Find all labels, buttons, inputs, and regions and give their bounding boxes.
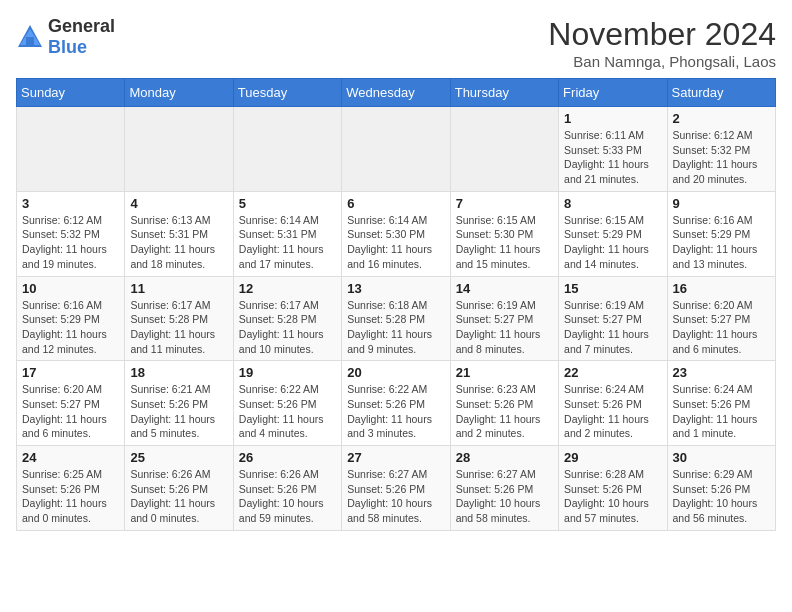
day-number: 20 [347,365,444,380]
day-info: Sunrise: 6:17 AM Sunset: 5:28 PM Dayligh… [239,298,336,357]
day-info: Sunrise: 6:14 AM Sunset: 5:30 PM Dayligh… [347,213,444,272]
day-info: Sunrise: 6:19 AM Sunset: 5:27 PM Dayligh… [456,298,553,357]
calendar-cell: 20Sunrise: 6:22 AM Sunset: 5:26 PM Dayli… [342,361,450,446]
day-info: Sunrise: 6:22 AM Sunset: 5:26 PM Dayligh… [347,382,444,441]
day-number: 25 [130,450,227,465]
calendar-cell: 4Sunrise: 6:13 AM Sunset: 5:31 PM Daylig… [125,191,233,276]
day-info: Sunrise: 6:14 AM Sunset: 5:31 PM Dayligh… [239,213,336,272]
day-info: Sunrise: 6:28 AM Sunset: 5:26 PM Dayligh… [564,467,661,526]
day-number: 11 [130,281,227,296]
day-number: 12 [239,281,336,296]
location-subtitle: Ban Namnga, Phongsali, Laos [548,53,776,70]
day-of-week-header: Saturday [667,79,775,107]
day-number: 21 [456,365,553,380]
calendar-cell: 18Sunrise: 6:21 AM Sunset: 5:26 PM Dayli… [125,361,233,446]
day-number: 30 [673,450,770,465]
day-of-week-header: Tuesday [233,79,341,107]
calendar-cell [17,107,125,192]
day-number: 27 [347,450,444,465]
day-info: Sunrise: 6:12 AM Sunset: 5:32 PM Dayligh… [22,213,119,272]
day-info: Sunrise: 6:12 AM Sunset: 5:32 PM Dayligh… [673,128,770,187]
calendar-cell [125,107,233,192]
calendar-cell [233,107,341,192]
calendar-cell: 24Sunrise: 6:25 AM Sunset: 5:26 PM Dayli… [17,446,125,531]
day-number: 26 [239,450,336,465]
day-info: Sunrise: 6:21 AM Sunset: 5:26 PM Dayligh… [130,382,227,441]
calendar-week-row: 10Sunrise: 6:16 AM Sunset: 5:29 PM Dayli… [17,276,776,361]
calendar-cell: 25Sunrise: 6:26 AM Sunset: 5:26 PM Dayli… [125,446,233,531]
day-info: Sunrise: 6:29 AM Sunset: 5:26 PM Dayligh… [673,467,770,526]
logo-general: General [48,16,115,36]
calendar-cell: 7Sunrise: 6:15 AM Sunset: 5:30 PM Daylig… [450,191,558,276]
calendar-cell: 23Sunrise: 6:24 AM Sunset: 5:26 PM Dayli… [667,361,775,446]
day-number: 5 [239,196,336,211]
day-number: 16 [673,281,770,296]
day-info: Sunrise: 6:27 AM Sunset: 5:26 PM Dayligh… [456,467,553,526]
day-info: Sunrise: 6:22 AM Sunset: 5:26 PM Dayligh… [239,382,336,441]
calendar-cell: 5Sunrise: 6:14 AM Sunset: 5:31 PM Daylig… [233,191,341,276]
calendar-cell [342,107,450,192]
calendar-cell: 10Sunrise: 6:16 AM Sunset: 5:29 PM Dayli… [17,276,125,361]
day-info: Sunrise: 6:16 AM Sunset: 5:29 PM Dayligh… [673,213,770,272]
logo-text: General Blue [48,16,115,58]
day-number: 3 [22,196,119,211]
day-info: Sunrise: 6:26 AM Sunset: 5:26 PM Dayligh… [239,467,336,526]
calendar-week-row: 3Sunrise: 6:12 AM Sunset: 5:32 PM Daylig… [17,191,776,276]
day-number: 18 [130,365,227,380]
day-of-week-header: Sunday [17,79,125,107]
day-number: 28 [456,450,553,465]
day-info: Sunrise: 6:24 AM Sunset: 5:26 PM Dayligh… [673,382,770,441]
calendar-cell: 26Sunrise: 6:26 AM Sunset: 5:26 PM Dayli… [233,446,341,531]
calendar-cell: 8Sunrise: 6:15 AM Sunset: 5:29 PM Daylig… [559,191,667,276]
calendar-table: SundayMondayTuesdayWednesdayThursdayFrid… [16,78,776,531]
month-title: November 2024 [548,16,776,53]
day-number: 1 [564,111,661,126]
day-info: Sunrise: 6:24 AM Sunset: 5:26 PM Dayligh… [564,382,661,441]
calendar-cell: 9Sunrise: 6:16 AM Sunset: 5:29 PM Daylig… [667,191,775,276]
day-info: Sunrise: 6:11 AM Sunset: 5:33 PM Dayligh… [564,128,661,187]
calendar-cell: 13Sunrise: 6:18 AM Sunset: 5:28 PM Dayli… [342,276,450,361]
calendar-cell: 2Sunrise: 6:12 AM Sunset: 5:32 PM Daylig… [667,107,775,192]
calendar-cell: 22Sunrise: 6:24 AM Sunset: 5:26 PM Dayli… [559,361,667,446]
calendar-cell: 14Sunrise: 6:19 AM Sunset: 5:27 PM Dayli… [450,276,558,361]
calendar-week-row: 1Sunrise: 6:11 AM Sunset: 5:33 PM Daylig… [17,107,776,192]
day-info: Sunrise: 6:19 AM Sunset: 5:27 PM Dayligh… [564,298,661,357]
day-of-week-header: Monday [125,79,233,107]
calendar-cell: 12Sunrise: 6:17 AM Sunset: 5:28 PM Dayli… [233,276,341,361]
calendar-cell: 21Sunrise: 6:23 AM Sunset: 5:26 PM Dayli… [450,361,558,446]
calendar-cell: 15Sunrise: 6:19 AM Sunset: 5:27 PM Dayli… [559,276,667,361]
day-number: 23 [673,365,770,380]
day-info: Sunrise: 6:16 AM Sunset: 5:29 PM Dayligh… [22,298,119,357]
day-info: Sunrise: 6:23 AM Sunset: 5:26 PM Dayligh… [456,382,553,441]
day-info: Sunrise: 6:15 AM Sunset: 5:30 PM Dayligh… [456,213,553,272]
title-block: November 2024 Ban Namnga, Phongsali, Lao… [548,16,776,70]
day-of-week-header: Friday [559,79,667,107]
day-number: 17 [22,365,119,380]
svg-rect-2 [26,37,34,45]
logo-icon [16,23,44,51]
logo: General Blue [16,16,115,58]
day-number: 8 [564,196,661,211]
day-number: 14 [456,281,553,296]
day-number: 7 [456,196,553,211]
day-info: Sunrise: 6:25 AM Sunset: 5:26 PM Dayligh… [22,467,119,526]
day-number: 9 [673,196,770,211]
day-number: 10 [22,281,119,296]
day-number: 4 [130,196,227,211]
day-info: Sunrise: 6:27 AM Sunset: 5:26 PM Dayligh… [347,467,444,526]
day-info: Sunrise: 6:15 AM Sunset: 5:29 PM Dayligh… [564,213,661,272]
day-number: 24 [22,450,119,465]
day-number: 13 [347,281,444,296]
day-info: Sunrise: 6:17 AM Sunset: 5:28 PM Dayligh… [130,298,227,357]
day-info: Sunrise: 6:18 AM Sunset: 5:28 PM Dayligh… [347,298,444,357]
day-number: 29 [564,450,661,465]
day-of-week-header: Thursday [450,79,558,107]
calendar-cell: 28Sunrise: 6:27 AM Sunset: 5:26 PM Dayli… [450,446,558,531]
calendar-cell: 3Sunrise: 6:12 AM Sunset: 5:32 PM Daylig… [17,191,125,276]
day-number: 6 [347,196,444,211]
calendar-cell: 16Sunrise: 6:20 AM Sunset: 5:27 PM Dayli… [667,276,775,361]
calendar-cell: 30Sunrise: 6:29 AM Sunset: 5:26 PM Dayli… [667,446,775,531]
calendar-cell: 6Sunrise: 6:14 AM Sunset: 5:30 PM Daylig… [342,191,450,276]
page-header: General Blue November 2024 Ban Namnga, P… [16,16,776,70]
day-info: Sunrise: 6:20 AM Sunset: 5:27 PM Dayligh… [22,382,119,441]
